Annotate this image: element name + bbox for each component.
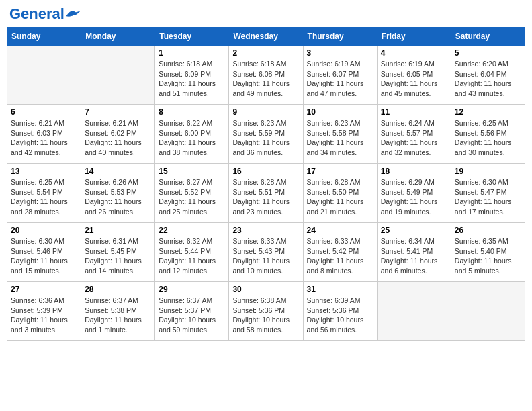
calendar-cell: 7Sunrise: 6:21 AMSunset: 6:02 PMDaylight… bbox=[81, 105, 155, 164]
calendar-cell: 26Sunrise: 6:35 AMSunset: 5:40 PMDayligh… bbox=[451, 223, 525, 282]
calendar-cell: 20Sunrise: 6:30 AMSunset: 5:46 PMDayligh… bbox=[7, 223, 81, 282]
calendar-cell: 29Sunrise: 6:37 AMSunset: 5:37 PMDayligh… bbox=[155, 282, 229, 341]
day-info: Sunrise: 6:33 AMSunset: 5:42 PMDaylight:… bbox=[307, 236, 373, 276]
day-info: Sunrise: 6:25 AMSunset: 5:54 PMDaylight:… bbox=[11, 177, 77, 217]
calendar-cell: 15Sunrise: 6:27 AMSunset: 5:52 PMDayligh… bbox=[155, 164, 229, 223]
calendar-table: SundayMondayTuesdayWednesdayThursdayFrid… bbox=[7, 27, 525, 341]
calendar-cell: 25Sunrise: 6:34 AMSunset: 5:41 PMDayligh… bbox=[377, 223, 451, 282]
day-number: 1 bbox=[159, 48, 225, 58]
calendar-cell: 16Sunrise: 6:28 AMSunset: 5:51 PMDayligh… bbox=[229, 164, 303, 223]
week-row-3: 13Sunrise: 6:25 AMSunset: 5:54 PMDayligh… bbox=[7, 164, 525, 223]
day-number: 13 bbox=[11, 167, 77, 176]
day-info: Sunrise: 6:22 AMSunset: 6:00 PMDaylight:… bbox=[159, 118, 225, 158]
day-number: 15 bbox=[159, 167, 225, 176]
day-info: Sunrise: 6:28 AMSunset: 5:50 PMDaylight:… bbox=[307, 177, 373, 217]
calendar-cell: 1Sunrise: 6:18 AMSunset: 6:09 PMDaylight… bbox=[155, 46, 229, 105]
calendar-cell bbox=[377, 282, 451, 341]
day-number: 21 bbox=[85, 226, 151, 235]
day-number: 11 bbox=[381, 107, 447, 117]
calendar-cell: 13Sunrise: 6:25 AMSunset: 5:54 PMDayligh… bbox=[7, 164, 81, 223]
day-number: 20 bbox=[11, 226, 77, 235]
day-info: Sunrise: 6:31 AMSunset: 5:45 PMDaylight:… bbox=[85, 236, 151, 276]
calendar-cell: 8Sunrise: 6:22 AMSunset: 6:00 PMDaylight… bbox=[155, 105, 229, 164]
day-info: Sunrise: 6:30 AMSunset: 5:46 PMDaylight:… bbox=[11, 236, 77, 276]
day-info: Sunrise: 6:20 AMSunset: 6:04 PMDaylight:… bbox=[455, 59, 521, 99]
calendar-cell bbox=[81, 46, 155, 105]
day-number: 22 bbox=[159, 226, 225, 235]
day-info: Sunrise: 6:32 AMSunset: 5:44 PMDaylight:… bbox=[159, 236, 225, 276]
day-number: 9 bbox=[232, 107, 299, 117]
calendar-cell: 6Sunrise: 6:21 AMSunset: 6:03 PMDaylight… bbox=[7, 105, 81, 164]
logo-general: General bbox=[9, 7, 64, 21]
day-header-saturday: Saturday bbox=[451, 28, 525, 46]
day-number: 25 bbox=[381, 226, 447, 235]
calendar-cell: 11Sunrise: 6:24 AMSunset: 5:57 PMDayligh… bbox=[377, 105, 451, 164]
day-info: Sunrise: 6:28 AMSunset: 5:51 PMDaylight:… bbox=[232, 177, 299, 217]
day-number: 28 bbox=[85, 285, 151, 294]
day-info: Sunrise: 6:37 AMSunset: 5:37 PMDaylight:… bbox=[159, 295, 225, 335]
day-info: Sunrise: 6:33 AMSunset: 5:43 PMDaylight:… bbox=[232, 236, 299, 276]
day-number: 8 bbox=[159, 107, 225, 117]
day-info: Sunrise: 6:35 AMSunset: 5:40 PMDaylight:… bbox=[455, 236, 521, 276]
calendar-cell bbox=[451, 282, 525, 341]
day-header-friday: Friday bbox=[377, 28, 451, 46]
calendar-cell: 4Sunrise: 6:19 AMSunset: 6:05 PMDaylight… bbox=[377, 46, 451, 105]
calendar-cell: 24Sunrise: 6:33 AMSunset: 5:42 PMDayligh… bbox=[303, 223, 377, 282]
day-info: Sunrise: 6:29 AMSunset: 5:49 PMDaylight:… bbox=[381, 177, 447, 217]
week-row-5: 27Sunrise: 6:36 AMSunset: 5:39 PMDayligh… bbox=[7, 282, 525, 341]
day-number: 31 bbox=[307, 285, 373, 294]
calendar-cell: 27Sunrise: 6:36 AMSunset: 5:39 PMDayligh… bbox=[7, 282, 81, 341]
calendar-cell: 31Sunrise: 6:39 AMSunset: 5:36 PMDayligh… bbox=[303, 282, 377, 341]
day-info: Sunrise: 6:18 AMSunset: 6:09 PMDaylight:… bbox=[159, 59, 225, 99]
day-info: Sunrise: 6:19 AMSunset: 6:05 PMDaylight:… bbox=[381, 59, 447, 99]
page-header: General bbox=[7, 7, 525, 21]
day-header-monday: Monday bbox=[81, 28, 155, 46]
calendar-header-row: SundayMondayTuesdayWednesdayThursdayFrid… bbox=[7, 28, 525, 46]
day-info: Sunrise: 6:21 AMSunset: 6:02 PMDaylight:… bbox=[85, 118, 151, 158]
day-number: 14 bbox=[85, 167, 151, 176]
calendar-cell: 10Sunrise: 6:23 AMSunset: 5:58 PMDayligh… bbox=[303, 105, 377, 164]
day-number: 30 bbox=[232, 285, 299, 294]
day-number: 19 bbox=[455, 167, 521, 176]
week-row-2: 6Sunrise: 6:21 AMSunset: 6:03 PMDaylight… bbox=[7, 105, 525, 164]
day-header-tuesday: Tuesday bbox=[155, 28, 229, 46]
day-number: 3 bbox=[307, 48, 373, 58]
day-number: 12 bbox=[455, 107, 521, 117]
day-info: Sunrise: 6:39 AMSunset: 5:36 PMDaylight:… bbox=[307, 295, 373, 335]
day-number: 17 bbox=[307, 167, 373, 176]
week-row-4: 20Sunrise: 6:30 AMSunset: 5:46 PMDayligh… bbox=[7, 223, 525, 282]
calendar-cell: 2Sunrise: 6:18 AMSunset: 6:08 PMDaylight… bbox=[229, 46, 303, 105]
calendar-cell: 14Sunrise: 6:26 AMSunset: 5:53 PMDayligh… bbox=[81, 164, 155, 223]
day-info: Sunrise: 6:23 AMSunset: 5:58 PMDaylight:… bbox=[307, 118, 373, 158]
calendar-cell: 30Sunrise: 6:38 AMSunset: 5:36 PMDayligh… bbox=[229, 282, 303, 341]
day-info: Sunrise: 6:26 AMSunset: 5:53 PMDaylight:… bbox=[85, 177, 151, 217]
day-info: Sunrise: 6:25 AMSunset: 5:56 PMDaylight:… bbox=[455, 118, 521, 158]
day-info: Sunrise: 6:37 AMSunset: 5:38 PMDaylight:… bbox=[85, 295, 151, 335]
day-info: Sunrise: 6:18 AMSunset: 6:08 PMDaylight:… bbox=[232, 59, 299, 99]
logo: General bbox=[9, 7, 81, 21]
day-number: 5 bbox=[455, 48, 521, 58]
calendar-cell: 12Sunrise: 6:25 AMSunset: 5:56 PMDayligh… bbox=[451, 105, 525, 164]
calendar-cell: 17Sunrise: 6:28 AMSunset: 5:50 PMDayligh… bbox=[303, 164, 377, 223]
day-header-sunday: Sunday bbox=[7, 28, 81, 46]
day-info: Sunrise: 6:38 AMSunset: 5:36 PMDaylight:… bbox=[232, 295, 299, 335]
day-number: 4 bbox=[381, 48, 447, 58]
calendar-cell: 22Sunrise: 6:32 AMSunset: 5:44 PMDayligh… bbox=[155, 223, 229, 282]
calendar-cell: 3Sunrise: 6:19 AMSunset: 6:07 PMDaylight… bbox=[303, 46, 377, 105]
calendar-cell: 18Sunrise: 6:29 AMSunset: 5:49 PMDayligh… bbox=[377, 164, 451, 223]
day-info: Sunrise: 6:27 AMSunset: 5:52 PMDaylight:… bbox=[159, 177, 225, 217]
day-info: Sunrise: 6:36 AMSunset: 5:39 PMDaylight:… bbox=[11, 295, 77, 335]
calendar-cell: 21Sunrise: 6:31 AMSunset: 5:45 PMDayligh… bbox=[81, 223, 155, 282]
day-number: 23 bbox=[232, 226, 299, 235]
day-info: Sunrise: 6:30 AMSunset: 5:47 PMDaylight:… bbox=[455, 177, 521, 217]
calendar-cell: 23Sunrise: 6:33 AMSunset: 5:43 PMDayligh… bbox=[229, 223, 303, 282]
logo-bird-icon bbox=[66, 9, 81, 20]
day-header-thursday: Thursday bbox=[303, 28, 377, 46]
day-number: 2 bbox=[232, 48, 299, 58]
day-info: Sunrise: 6:21 AMSunset: 6:03 PMDaylight:… bbox=[11, 118, 77, 158]
day-number: 16 bbox=[232, 167, 299, 176]
calendar-cell: 9Sunrise: 6:23 AMSunset: 5:59 PMDaylight… bbox=[229, 105, 303, 164]
day-number: 27 bbox=[11, 285, 77, 294]
calendar-cell bbox=[7, 46, 81, 105]
day-number: 26 bbox=[455, 226, 521, 235]
